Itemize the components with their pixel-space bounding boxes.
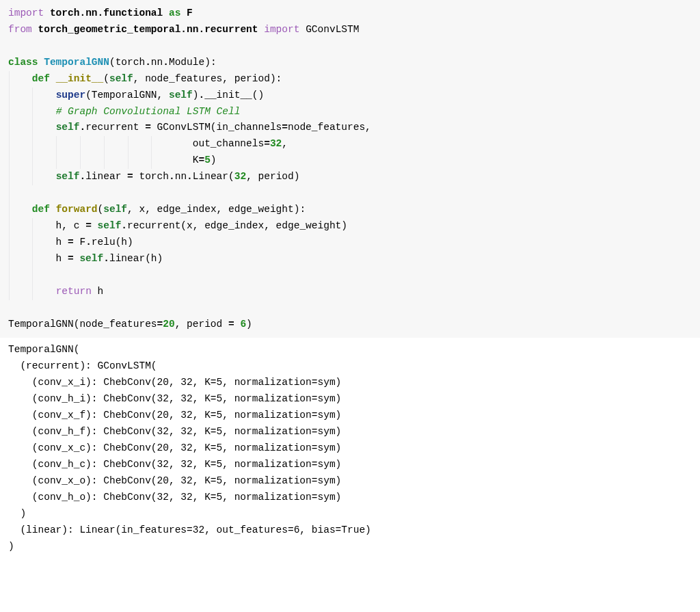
code-token: forward: [56, 204, 98, 215]
code-token: return: [56, 286, 92, 297]
output-line: (conv_h_c): ChebConv(32, 32, K=5, normal…: [8, 457, 692, 473]
code-token: TemporalGNN(node_features: [8, 319, 157, 330]
code-line: from torch_geometric_temporal.nn.recurre…: [8, 22, 692, 38]
code-token: linear(h): [109, 253, 163, 264]
code-token: from: [8, 24, 32, 35]
code-token: .: [79, 8, 85, 18]
code-line: h = self.linear(h): [8, 251, 692, 267]
output-cell: TemporalGNN( (recurrent): GConvLSTM( (co…: [0, 338, 700, 560]
code-token: .: [180, 24, 187, 35]
code-token: recurrent(x, edge_index, edge_weight): [127, 220, 347, 231]
code-token: Module):: [169, 57, 217, 68]
code-token: self: [56, 171, 80, 182]
code-line: self.recurrent = GConvLSTM(in_channels=n…: [8, 120, 692, 136]
code-token: out_channels: [8, 138, 264, 149]
code-token: torch: [133, 171, 169, 182]
code-token: 20: [163, 319, 174, 330]
code-token: , node_features, period):: [133, 73, 282, 84]
code-token: torch: [116, 57, 146, 68]
code-token: [38, 57, 44, 68]
code-line: def forward(self, x, edge_index, edge_we…: [8, 202, 692, 218]
code-token: =: [157, 319, 163, 330]
code-line: class TemporalGNN(torch.nn.Module):: [8, 55, 692, 71]
code-token: # Graph Convolutional LSTM Cell: [56, 106, 241, 117]
code-token: [8, 171, 56, 182]
code-token: F: [187, 8, 193, 18]
output-line: (conv_x_f): ChebConv(20, 32, K=5, normal…: [8, 408, 692, 424]
code-token: .: [163, 57, 169, 68]
code-token: =: [198, 155, 204, 165]
code-token: nn: [151, 57, 163, 68]
output-line: ): [8, 539, 692, 555]
code-token: 32: [270, 138, 282, 149]
code-token: [8, 106, 56, 117]
code-token: .: [198, 24, 204, 35]
code-token: h, c: [8, 220, 85, 231]
output-line: (linear): Linear(in_features=32, out_fea…: [8, 522, 692, 539]
code-token: h: [8, 237, 68, 248]
output-line: (recurrent): GConvLSTM(: [8, 358, 692, 375]
code-token: [163, 8, 169, 18]
code-token: torch_geometric_temporal: [38, 24, 181, 35]
output-line: TemporalGNN(: [8, 342, 692, 358]
code-token: =: [145, 122, 151, 133]
code-line: def __init__(self, node_features, period…: [8, 71, 692, 88]
code-token: .: [98, 8, 104, 18]
code-token: nn: [187, 24, 198, 35]
code-token: [92, 220, 98, 231]
code-token: torch: [50, 8, 80, 18]
code-token: K: [8, 155, 198, 165]
code-line: h, c = self.recurrent(x, edge_index, edg…: [8, 218, 692, 235]
code-token: [8, 204, 32, 215]
code-line: [8, 185, 692, 202]
code-token: super: [56, 90, 86, 101]
code-token: import: [8, 8, 44, 18]
code-token: =: [264, 138, 270, 149]
code-token: .: [79, 122, 85, 133]
code-line: [8, 38, 692, 55]
code-token: , period: [175, 319, 228, 330]
code-token: node_features,: [288, 122, 371, 133]
code-token: [8, 73, 32, 84]
code-token: .: [121, 220, 127, 231]
code-token: (TemporalGNN,: [85, 90, 169, 101]
code-token: nn: [175, 171, 187, 182]
code-token: recurrent: [85, 122, 145, 133]
code-line: # Graph Convolutional LSTM Cell: [8, 104, 692, 120]
code-token: , period): [246, 171, 299, 182]
code-token: class: [8, 57, 38, 68]
code-token: 5: [204, 155, 211, 165]
code-line: K=5): [8, 152, 692, 169]
code-line: super(TemporalGNN, self).__init__(): [8, 88, 692, 104]
code-token: linear: [85, 171, 127, 182]
code-token: =: [228, 319, 234, 330]
code-token: recurrent: [204, 24, 258, 35]
output-line: (conv_x_i): ChebConv(20, 32, K=5, normal…: [8, 375, 692, 391]
code-line: [8, 300, 692, 317]
code-token: [8, 90, 56, 101]
code-token: =: [68, 237, 74, 248]
code-token: , x, edge_index, edge_weight):: [127, 204, 306, 215]
code-token: [8, 286, 56, 297]
code-token: self: [103, 204, 127, 215]
code-token: functional: [103, 8, 163, 18]
code-token: import: [264, 24, 299, 35]
code-token: .: [198, 90, 204, 101]
code-token: [50, 204, 56, 215]
code-token: def: [32, 73, 50, 84]
code-token: .: [187, 171, 193, 182]
code-token: nn: [85, 8, 97, 18]
output-line: (conv_h_i): ChebConv(32, 32, K=5, normal…: [8, 391, 692, 408]
code-token: 6: [240, 319, 246, 330]
code-token: GConvLSTM: [306, 24, 359, 35]
code-token: .: [145, 57, 151, 68]
code-token: 32: [234, 171, 246, 182]
code-token: self: [98, 220, 122, 231]
code-line: self.linear = torch.nn.Linear(32, period…: [8, 169, 692, 185]
code-line: import torch.nn.functional as F: [8, 5, 692, 22]
code-token: def: [32, 204, 50, 215]
code-token: [299, 24, 306, 35]
code-token: [32, 24, 38, 35]
output-line: (conv_h_o): ChebConv(32, 32, K=5, normal…: [8, 490, 692, 506]
code-token: __init__: [56, 73, 104, 84]
